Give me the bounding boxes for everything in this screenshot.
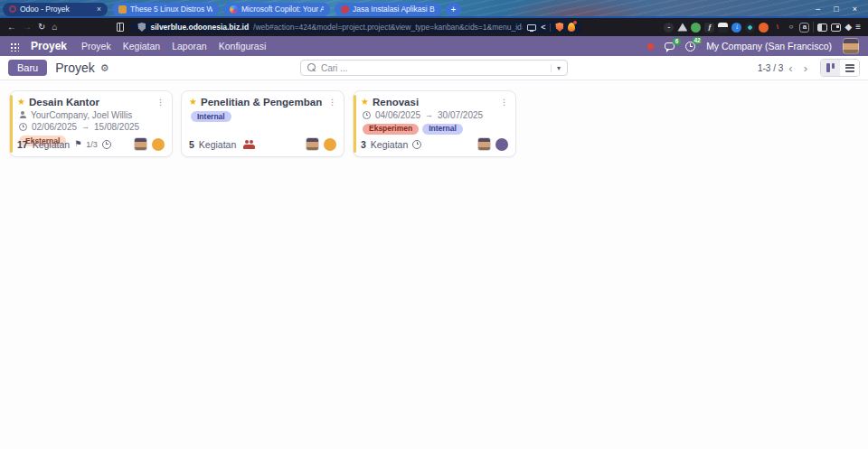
minimize-button[interactable]: –: [816, 5, 820, 14]
menu-icon[interactable]: ≡: [855, 23, 861, 32]
chevron-down-icon[interactable]: ▾: [551, 64, 561, 72]
pager-prev-button[interactable]: ‹: [783, 61, 797, 75]
kanban-icon: [826, 63, 835, 72]
assignee-dot[interactable]: [152, 138, 165, 151]
menu-konfigurasi[interactable]: Konfigurasi: [219, 41, 267, 51]
sparkle-icon[interactable]: ◆: [844, 23, 852, 32]
team-icon[interactable]: [243, 140, 255, 149]
list-view-button[interactable]: [840, 60, 859, 76]
messages-button[interactable]: 6: [665, 42, 675, 50]
company-switcher[interactable]: My Company (San Francisco): [706, 41, 832, 51]
close-window-button[interactable]: ×: [853, 5, 857, 14]
control-bar: Baru Proyek ⚙ ▾ 1-3 / 3 ‹ ›: [0, 56, 868, 80]
assignee-avatar[interactable]: [477, 137, 491, 151]
tab-odoo[interactable]: Odoo - Proyek ×: [3, 3, 108, 16]
breadcrumb: Proyek: [55, 61, 95, 75]
bookmark-icon[interactable]: [117, 23, 124, 32]
task-count: 3: [361, 139, 366, 150]
url-domain: silverblue.odoonesia.biz.id: [150, 23, 249, 32]
tab-jasa-instalasi[interactable]: Jasa Instalasi Aplikasi Bisn: [335, 3, 441, 16]
tab-strip: Odoo - Proyek × These 5 Linux Distros Wi…: [0, 0, 868, 18]
search-box[interactable]: ▾: [300, 60, 568, 76]
divider: [550, 23, 551, 32]
date-end: 30/07/2025: [438, 110, 483, 120]
extensions-row: - ƒ ↓ \ ○ a ◆ ≡: [664, 22, 861, 33]
tab-linux-distros[interactable]: These 5 Linux Distros Will L: [112, 3, 219, 16]
app-name[interactable]: Proyek: [31, 40, 67, 52]
activities-button[interactable]: 42: [685, 42, 695, 51]
assignee-avatar[interactable]: [306, 137, 319, 151]
kebab-menu-icon[interactable]: ⋮: [154, 98, 165, 107]
sidebar-toggle-icon[interactable]: [817, 23, 827, 32]
extension-icon[interactable]: [745, 23, 755, 33]
card-title[interactable]: Penelitian & Pengembangan: [201, 97, 322, 108]
arrow-icon: →: [81, 122, 90, 132]
extension-icon[interactable]: -: [664, 23, 674, 33]
address-bar[interactable]: silverblue.odoonesia.biz.id /web#action=…: [130, 21, 582, 33]
clock-icon: [363, 111, 371, 119]
extension-icon[interactable]: [691, 23, 701, 33]
extension-icon[interactable]: ƒ: [704, 23, 714, 33]
divider: [813, 22, 814, 33]
flame-badge-icon[interactable]: [568, 23, 575, 32]
tag-internal: Internal: [191, 111, 231, 122]
extension-icon[interactable]: ○: [786, 23, 796, 33]
gear-icon[interactable]: ⚙: [100, 62, 109, 74]
milestone-progress: 1/3: [86, 140, 98, 149]
reader-panel-icon[interactable]: [831, 23, 841, 32]
messages-badge: 6: [673, 38, 681, 45]
favorite-star-icon[interactable]: ★: [361, 98, 369, 107]
extension-icon[interactable]: ↓: [731, 23, 741, 33]
favorite-star-icon[interactable]: ★: [189, 98, 197, 107]
assignee-avatar[interactable]: [134, 137, 147, 151]
project-card-desain-kantor[interactable]: ★ Desain Kantor ⋮ YourCompany, Joel Will…: [9, 90, 173, 157]
new-tab-button[interactable]: +: [446, 3, 461, 16]
tracking-shield-icon[interactable]: [137, 23, 146, 32]
menu-proyek[interactable]: Proyek: [81, 41, 111, 51]
adblock-shield-icon[interactable]: [555, 23, 563, 32]
kebab-menu-icon[interactable]: ⋮: [326, 98, 336, 107]
menu-kegiatan[interactable]: Kegiatan: [123, 41, 160, 51]
screenshot-icon[interactable]: [527, 24, 536, 31]
tab-close-icon[interactable]: ×: [95, 5, 101, 14]
extension-icon[interactable]: [718, 23, 728, 33]
menu-laporan[interactable]: Laporan: [172, 41, 207, 51]
assignee-dot[interactable]: [324, 138, 336, 151]
list-icon: [845, 64, 854, 72]
tab-copilot[interactable]: Microsoft Copilot: Your AI c: [223, 3, 330, 16]
project-card-renovasi[interactable]: ★ Renovasi ⋮ 04/06/2025 → 30/07/2025 Eks…: [353, 90, 516, 157]
user-avatar[interactable]: [843, 38, 859, 54]
extension-icon[interactable]: a: [799, 23, 809, 33]
kanban-view-button[interactable]: [821, 60, 840, 76]
task-count-label: Kegiatan: [33, 139, 70, 150]
restore-button[interactable]: □: [834, 5, 838, 14]
activity-clock-icon[interactable]: [412, 140, 421, 149]
reload-button[interactable]: ↻: [38, 23, 45, 32]
task-count-label: Kegiatan: [199, 139, 236, 150]
extension-icon[interactable]: \: [772, 23, 782, 33]
project-card-penelitian[interactable]: ★ Penelitian & Pengembangan ⋮ Internal 5…: [181, 90, 344, 157]
tab-favicon: [341, 5, 349, 14]
activity-clock-icon[interactable]: [102, 140, 111, 149]
apps-grid-icon[interactable]: [9, 42, 19, 51]
home-button[interactable]: ⌂: [52, 23, 57, 32]
browser-toolbar: ← → ↻ ⌂ silverblue.odoonesia.biz.id /web…: [0, 18, 868, 36]
search-input[interactable]: [321, 63, 545, 73]
forward-button[interactable]: →: [23, 23, 32, 32]
tab-title: Odoo - Proyek: [20, 5, 91, 14]
card-accent: [354, 95, 356, 153]
share-icon[interactable]: <: [541, 23, 545, 32]
url-path: /web#action=424&model=project.project&vi…: [253, 23, 523, 32]
back-button[interactable]: ←: [7, 23, 16, 32]
tab-title: Jasa Instalasi Aplikasi Bisn: [353, 5, 435, 14]
card-title[interactable]: Renovasi: [373, 97, 494, 108]
odoo-navbar: Proyek Proyek Kegiatan Laporan Konfigura…: [0, 36, 868, 56]
extension-icon[interactable]: [759, 23, 769, 33]
assignee-dot[interactable]: [495, 138, 508, 151]
new-record-button[interactable]: Baru: [8, 60, 47, 76]
extension-icon[interactable]: [677, 23, 687, 33]
favorite-star-icon[interactable]: ★: [17, 98, 25, 107]
card-title[interactable]: Desain Kantor: [29, 97, 150, 108]
kebab-menu-icon[interactable]: ⋮: [497, 98, 508, 107]
pager-next-button[interactable]: ›: [798, 61, 813, 75]
